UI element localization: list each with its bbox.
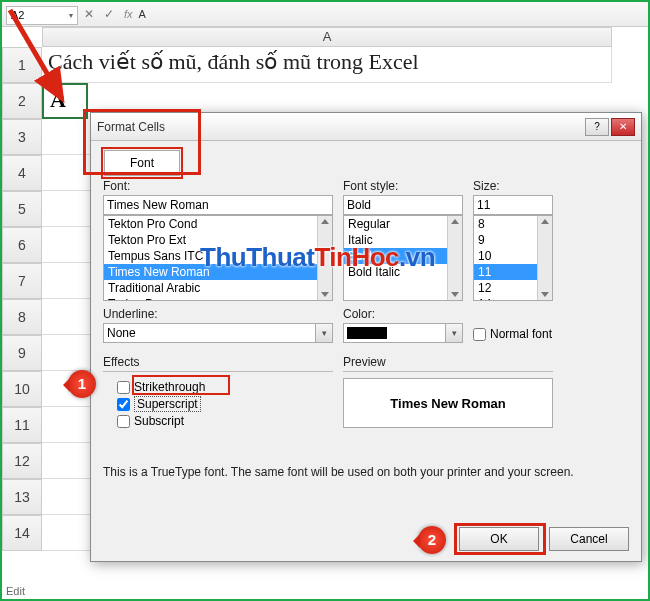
effects-label: Effects	[103, 355, 333, 369]
tab-font[interactable]: Font	[104, 150, 180, 176]
subscript-checkbox[interactable]: Subscript	[117, 414, 333, 428]
dialog-title: Format Cells	[97, 120, 583, 134]
strikethrough-checkbox[interactable]: Strikethrough	[117, 380, 333, 394]
size-label: Size:	[473, 179, 553, 193]
row-header[interactable]: 12	[2, 443, 42, 479]
preview-box: Times New Roman	[343, 378, 553, 428]
size-input[interactable]	[473, 195, 553, 215]
chevron-down-icon[interactable]: ▾	[315, 324, 332, 342]
list-item[interactable]: Bold	[344, 248, 462, 264]
column-header-a[interactable]: A	[42, 27, 612, 47]
list-item[interactable]: Trajan Pro	[104, 296, 332, 301]
dialog-titlebar: Format Cells ? ✕	[91, 113, 641, 141]
color-label: Color:	[343, 307, 463, 321]
formula-bar-controls: ✕ ✓	[84, 7, 114, 21]
cancel-icon[interactable]: ✕	[84, 7, 94, 21]
list-item[interactable]: Times New Roman	[104, 264, 332, 280]
row-header[interactable]: 1	[2, 47, 42, 83]
fx-icon[interactable]: fx	[124, 8, 133, 20]
normal-font-label: Normal font	[490, 327, 552, 341]
list-item[interactable]: Tempus Sans ITC	[104, 248, 332, 264]
superscript-checkbox[interactable]: Superscript	[117, 396, 333, 412]
font-info-text: This is a TrueType font. The same font w…	[103, 465, 629, 479]
dialog-buttons: OK Cancel	[459, 527, 629, 551]
name-box[interactable]: A2 ▾	[6, 6, 78, 25]
list-item[interactable]: Traditional Arabic	[104, 280, 332, 296]
scrollbar[interactable]	[537, 216, 552, 300]
font-style-input[interactable]	[343, 195, 463, 215]
tab-font-highlight: Font	[101, 147, 183, 179]
row-header[interactable]: 4	[2, 155, 42, 191]
font-listbox[interactable]: Tekton Pro Cond Tekton Pro Ext Tempus Sa…	[103, 215, 333, 301]
underline-value[interactable]	[103, 323, 333, 343]
name-box-ref: A2	[11, 9, 24, 21]
color-combo[interactable]: ▾	[343, 323, 463, 343]
formula-bar: A2 ▾ ✕ ✓ fx A	[2, 2, 648, 27]
cancel-button[interactable]: Cancel	[549, 527, 629, 551]
row-header[interactable]: 5	[2, 191, 42, 227]
row-header[interactable]: 8	[2, 299, 42, 335]
row-header[interactable]: 7	[2, 263, 42, 299]
font-style-label: Font style:	[343, 179, 463, 193]
row-header[interactable]: 14	[2, 515, 42, 551]
formula-bar-value[interactable]: A	[139, 8, 146, 20]
row-header[interactable]: 10	[2, 371, 42, 407]
color-swatch	[347, 327, 387, 339]
list-item[interactable]: Tekton Pro Ext	[104, 232, 332, 248]
cell-a1[interactable]: Cách viết số mũ, đánh số mũ trong Excel	[42, 47, 612, 83]
ok-button[interactable]: OK	[459, 527, 539, 551]
cell-a2[interactable]: A	[42, 83, 88, 119]
close-button[interactable]: ✕	[611, 118, 635, 136]
scrollbar[interactable]	[317, 216, 332, 300]
row-header[interactable]: 9	[2, 335, 42, 371]
annotation-marker-2: 2	[418, 526, 446, 554]
list-item[interactable]: Italic	[344, 232, 462, 248]
row-header[interactable]: 2	[2, 83, 42, 119]
format-cells-dialog: Format Cells ? ✕ Font Font: Tekton Pro C…	[90, 112, 642, 562]
font-input[interactable]	[103, 195, 333, 215]
annotation-marker-1: 1	[68, 370, 96, 398]
row-header[interactable]: 6	[2, 227, 42, 263]
status-bar: Edit	[6, 585, 25, 597]
normal-font-checkbox[interactable]: Normal font	[473, 327, 552, 341]
font-style-listbox[interactable]: Regular Italic Bold Bold Italic	[343, 215, 463, 301]
help-button[interactable]: ?	[585, 118, 609, 136]
list-item[interactable]: Bold Italic	[344, 264, 462, 280]
scrollbar[interactable]	[447, 216, 462, 300]
underline-label: Underline:	[103, 307, 333, 321]
row-header[interactable]: 3	[2, 119, 42, 155]
list-item[interactable]: Tekton Pro Cond	[104, 216, 332, 232]
font-label: Font:	[103, 179, 333, 193]
size-listbox[interactable]: 8 9 10 11 12 14	[473, 215, 553, 301]
preview-text: Times New Roman	[390, 396, 505, 411]
chevron-down-icon[interactable]: ▾	[445, 324, 462, 342]
underline-combo[interactable]: ▾	[103, 323, 333, 343]
list-item[interactable]: Regular	[344, 216, 462, 232]
confirm-icon[interactable]: ✓	[104, 7, 114, 21]
preview-label: Preview	[343, 355, 553, 369]
row-header[interactable]: 13	[2, 479, 42, 515]
normal-font-checkbox-input[interactable]	[473, 328, 486, 341]
name-box-dropdown-icon[interactable]: ▾	[69, 11, 73, 20]
row-header[interactable]: 11	[2, 407, 42, 443]
